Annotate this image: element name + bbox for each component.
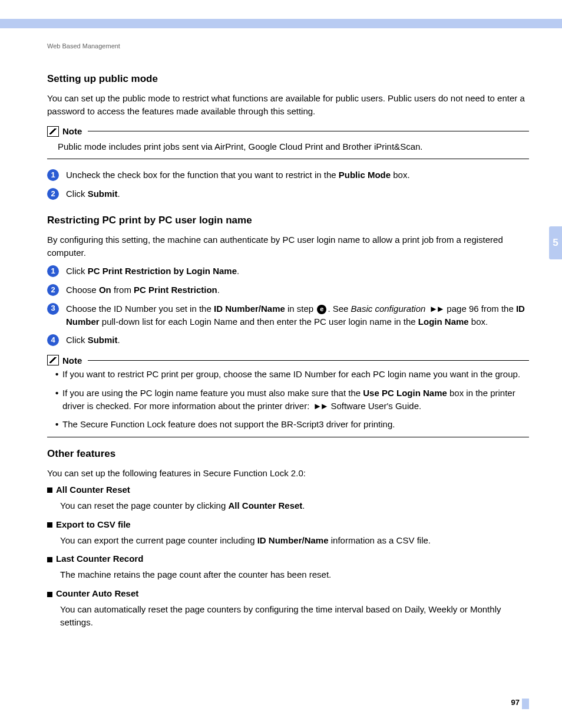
text: box. xyxy=(469,317,488,327)
square-bullet-icon xyxy=(47,557,52,562)
chapter-tab: 5 xyxy=(549,226,562,259)
text-bold: Use PC Login Name xyxy=(363,388,447,398)
text: . xyxy=(217,285,220,295)
text-bold: Public Mode xyxy=(339,170,391,180)
step-number-icon: 1 xyxy=(47,169,59,181)
step-row: 1 Uncheck the check box for the function… xyxy=(47,169,529,182)
text: . xyxy=(237,266,239,276)
feature-title: Export to CSV file xyxy=(56,519,131,529)
text: from xyxy=(111,285,134,295)
heading-public-mode: Setting up public mode xyxy=(47,73,529,85)
note-body-1: Public mode includes print jobs sent via… xyxy=(58,140,529,153)
note-bottom-rule xyxy=(47,159,529,159)
text: Click xyxy=(66,266,88,276)
heading-restricting-pc: Restricting PC print by PC user login na… xyxy=(47,215,529,226)
step-inline-icon: e xyxy=(317,305,326,314)
square-bullet-icon xyxy=(47,522,52,528)
text-italic: Basic configuration xyxy=(351,304,426,314)
note-rule xyxy=(88,360,529,361)
page-content: Web Based Management Setting up public m… xyxy=(47,42,529,636)
step-row: 2 Click Submit. xyxy=(47,187,529,200)
note-label: Note xyxy=(62,126,82,136)
text-bold: Login Name xyxy=(418,317,469,327)
text: Choose xyxy=(66,285,99,295)
text: . xyxy=(302,500,305,510)
feature-title: All Counter Reset xyxy=(56,485,130,495)
text: . See xyxy=(328,304,351,314)
text-bold: ID Number/Name xyxy=(214,304,285,314)
text-bold: PC Print Restriction by Login Name xyxy=(88,266,237,276)
text: Click xyxy=(66,335,88,345)
page-number: 97 xyxy=(511,698,520,707)
step-text: Click PC Print Restriction by Login Name… xyxy=(66,265,529,278)
note-bottom-rule xyxy=(47,437,529,437)
text-bold: ID Number/Name xyxy=(257,535,329,545)
note-icon xyxy=(47,355,59,365)
text-bold: Submit xyxy=(88,335,118,345)
feature-item: Export to CSV file xyxy=(47,519,529,529)
text: page 96 from the xyxy=(444,304,516,314)
feature-item: Last Counter Record xyxy=(47,554,529,564)
text: Choose the ID Number you set in the xyxy=(66,304,214,314)
step-number-icon: 4 xyxy=(47,334,59,346)
text: Software User's Guide. xyxy=(328,401,421,411)
text: Uncheck the check box for the function t… xyxy=(66,170,339,180)
intro-public-mode: You can set up the public mode to restri… xyxy=(47,92,529,118)
step-number-icon: 2 xyxy=(47,284,59,296)
feature-desc: The machine retains the page count after… xyxy=(60,568,529,581)
note-list: If you want to restrict PC print per gro… xyxy=(55,368,529,431)
note-block-2: Note If you want to restrict PC print pe… xyxy=(47,355,529,437)
square-bullet-icon xyxy=(47,487,52,493)
feature-item: All Counter Reset xyxy=(47,485,529,495)
step-row: 1 Click PC Print Restriction by Login Na… xyxy=(47,265,529,278)
step-text: Click Submit. xyxy=(66,187,529,200)
step-number-icon: 2 xyxy=(47,188,59,200)
step-text: Uncheck the check box for the function t… xyxy=(66,169,529,182)
arrow-icon: ►► xyxy=(313,401,328,411)
intro-restricting-pc: By configuring this setting, the machine… xyxy=(47,233,529,259)
feature-title: Counter Auto Reset xyxy=(56,588,138,598)
text: Click xyxy=(66,189,88,199)
page-number-accent xyxy=(522,699,529,709)
feature-desc: You can automatically reset the page cou… xyxy=(60,603,529,629)
feature-desc: You can reset the page counter by clicki… xyxy=(60,499,529,512)
note-icon xyxy=(47,126,59,137)
step-number-icon: 1 xyxy=(47,265,59,277)
text: . xyxy=(118,335,120,345)
text-bold: PC Print Restriction xyxy=(134,285,217,295)
feature-title: Last Counter Record xyxy=(56,554,143,564)
text: If you are using the PC login name featu… xyxy=(62,388,363,398)
text-bold: On xyxy=(99,285,111,295)
arrow-icon: ►► xyxy=(429,304,444,314)
step-text: Choose On from PC Print Restriction. xyxy=(66,284,529,297)
feature-desc: You can export the current page counter … xyxy=(60,534,529,547)
running-header: Web Based Management xyxy=(47,42,529,50)
heading-other-features: Other features xyxy=(47,448,529,460)
note-item: The Secure Function Lock feature does no… xyxy=(55,418,529,431)
step-text: Click Submit. xyxy=(66,334,529,347)
note-block-1: Note Public mode includes print jobs sen… xyxy=(47,126,529,160)
intro-other-features: You can set up the following features in… xyxy=(47,467,529,480)
feature-item: Counter Auto Reset xyxy=(47,588,529,598)
text: pull-down list for each Login Name and t… xyxy=(100,317,418,327)
step-row: 2 Choose On from PC Print Restriction. xyxy=(47,284,529,297)
text: You can reset the page counter by clicki… xyxy=(60,500,228,510)
note-item: If you want to restrict PC print per gro… xyxy=(55,368,529,381)
note-rule xyxy=(88,131,529,131)
text: information as a CSV file. xyxy=(329,535,431,545)
text-bold: All Counter Reset xyxy=(228,500,302,510)
text: . xyxy=(118,189,120,199)
text-bold: Submit xyxy=(88,189,118,199)
step-number-icon: 3 xyxy=(47,303,59,315)
step-row: 4 Click Submit. xyxy=(47,334,529,347)
top-accent-bar xyxy=(0,19,562,28)
step-text: Choose the ID Number you set in the ID N… xyxy=(66,302,529,328)
note-label: Note xyxy=(62,355,82,365)
step-row: 3 Choose the ID Number you set in the ID… xyxy=(47,302,529,328)
square-bullet-icon xyxy=(47,592,52,597)
text: box. xyxy=(391,170,410,180)
text: You can export the current page counter … xyxy=(60,535,257,545)
text: in step xyxy=(285,304,316,314)
note-item: If you are using the PC login name featu… xyxy=(55,387,529,413)
